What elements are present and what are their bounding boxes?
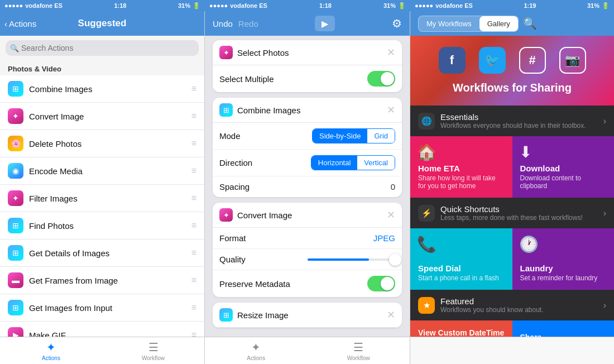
select-multiple-toggle[interactable]: [367, 71, 395, 87]
drag-handle-icon: ≡: [191, 193, 196, 203]
home-eta-icon: 🏠: [417, 143, 436, 161]
list-item[interactable]: ▶ Make GIF ≡: [0, 322, 204, 337]
preserve-metadata-label: Preserve Metadata: [219, 279, 367, 289]
list-item[interactable]: ⊞ Combine Images ≡: [0, 75, 204, 103]
list-item[interactable]: ⊞ Get Details of Images ≡: [0, 240, 204, 267]
back-button[interactable]: ‹ Actions: [4, 19, 36, 28]
tab-actions-left[interactable]: ✦ Actions: [0, 337, 102, 364]
close-select-photos-button[interactable]: ✕: [387, 46, 395, 59]
time-1: 1:18: [114, 2, 126, 9]
carrier-name-1: vodafone ES: [25, 2, 63, 9]
list-item[interactable]: ✦ Filter Images ≡: [0, 185, 204, 212]
list-item[interactable]: ✦ Convert Image ≡: [0, 103, 204, 130]
battery-1: 31% 🔋: [178, 2, 200, 9]
essentials-subtitle: Workflows everyone should have in their …: [440, 122, 598, 130]
facebook-icon: f: [439, 47, 466, 74]
side-by-side-button[interactable]: Side-by-Side: [313, 129, 367, 143]
speed-dial-cards: 📞 Speed Dial Start a phone call in a fla…: [410, 228, 614, 290]
gallery-hero: f 🐦 # 📷 Workflows for Sharing: [410, 36, 614, 106]
back-chevron-icon: ‹: [4, 19, 7, 28]
search-input[interactable]: [6, 40, 199, 56]
actions-tab-icon-mid: ✦: [251, 341, 261, 354]
drag-handle-icon: ≡: [191, 138, 196, 149]
undo-button[interactable]: Undo: [213, 19, 233, 28]
make-gif-label: Make GIF: [29, 331, 186, 337]
quality-slider[interactable]: [308, 258, 396, 261]
actions-nav-title: Suggested: [78, 18, 127, 29]
battery-icon-1: 🔋: [193, 2, 200, 9]
list-item[interactable]: ▬ Get Frames from Image ≡: [0, 267, 204, 294]
select-photos-header: ✦ Select Photos ✕: [213, 40, 402, 65]
back-label: Actions: [9, 19, 36, 28]
settings-button[interactable]: ⚙: [392, 17, 402, 30]
gallery-search-icon[interactable]: 🔍: [523, 17, 537, 30]
workflow-tab-label: Workflow: [142, 355, 165, 361]
panel-actions: ‹ Actions Suggested 🔍 Photos & Video ⊞ C…: [0, 11, 205, 337]
close-resize-image-button[interactable]: ✕: [387, 309, 395, 321]
time-3: 1:19: [524, 2, 536, 9]
actions-list: ⊞ Combine Images ≡ ✦ Convert Image ≡ 🌸 D…: [0, 75, 204, 337]
resize-image-card-icon: ⊞: [219, 308, 233, 322]
list-item[interactable]: ⊞ Get Images from Input ≡: [0, 294, 204, 322]
gallery-tab[interactable]: Gallery: [479, 16, 518, 31]
gallery-list: 🌐 Essentials Workflows everyone should h…: [410, 106, 614, 337]
select-multiple-row: Select Multiple: [213, 65, 402, 92]
workflow-scroll: ✦ Select Photos ✕ Select Multiple ⊞ Comb…: [205, 36, 410, 337]
featured-subtitle: Workflows you should know about.: [440, 306, 598, 314]
list-item[interactable]: ◉ Encode Media ≡: [0, 157, 204, 185]
view-custom-card[interactable]: View Custom DateTime Formats: [410, 320, 512, 337]
select-multiple-label: Select Multiple: [219, 74, 367, 84]
quick-shortcuts-header[interactable]: ⚡ Quick Shortcuts Less taps, more done w…: [410, 198, 614, 228]
redo-button[interactable]: Redo: [238, 19, 258, 28]
workflow-tab-icon: ☰: [148, 341, 159, 354]
get-details-label: Get Details of Images: [29, 248, 186, 258]
share-card[interactable]: Share: [512, 320, 615, 337]
hero-title: Workflows for Sharing: [453, 82, 572, 94]
close-convert-image-button[interactable]: ✕: [387, 209, 395, 221]
close-combine-images-button[interactable]: ✕: [387, 104, 395, 116]
carrier-left-3: ●●●●● vodafone ES: [415, 2, 473, 9]
featured-header[interactable]: ★ Featured Workflows you should know abo…: [410, 290, 614, 320]
convert-image-header: ✦ Convert Image ✕: [213, 203, 402, 228]
combine-images-label: Combine Images: [29, 84, 186, 94]
tab-workflow-mid[interactable]: ☰ Workflow: [308, 337, 410, 364]
direction-row: Direction Horizontal Vertical: [213, 150, 402, 176]
gallery-nav-bar: My Workflows Gallery 🔍: [410, 11, 614, 36]
grid-button[interactable]: Grid: [367, 129, 395, 143]
list-item[interactable]: 🌸 Delete Photos ≡: [0, 130, 204, 157]
download-card[interactable]: ⬇ Download Download content to clipboard: [512, 136, 615, 198]
time-2: 1:18: [319, 2, 332, 9]
actions-nav-bar: ‹ Actions Suggested: [0, 11, 204, 36]
workflow-nav-bar: Undo Redo ▶ ⚙: [205, 11, 410, 36]
signal-dots-2: ●●●●●: [209, 2, 228, 9]
tab-actions-mid[interactable]: ✦ Actions: [205, 337, 308, 364]
get-frames-label: Get Frames from Image: [29, 276, 186, 285]
tab-workflow-left[interactable]: ☰ Workflow: [102, 337, 204, 364]
horizontal-button[interactable]: Horizontal: [311, 156, 358, 170]
home-eta-card[interactable]: 🏠 Home ETA Share how long it will take f…: [410, 136, 512, 198]
featured-text: Featured Workflows you should know about…: [440, 296, 598, 314]
quick-shortcuts-title: Quick Shortcuts: [440, 204, 598, 214]
drag-handle-icon: ≡: [191, 248, 196, 258]
speed-dial-desc: Start a phone call in a flash: [418, 274, 505, 282]
preserve-metadata-toggle[interactable]: [367, 276, 395, 291]
hero-icons: f 🐦 # 📷: [439, 47, 586, 74]
list-item[interactable]: ⊞ Find Photos ≡: [0, 212, 204, 240]
essentials-icon: 🌐: [418, 113, 435, 130]
play-button[interactable]: ▶: [315, 16, 335, 31]
drag-handle-icon: ≡: [191, 111, 196, 121]
battery-2: 31% 🔋: [383, 2, 406, 9]
resize-image-header: ⊞ Resize Image ✕: [213, 303, 402, 328]
essentials-section-header[interactable]: 🌐 Essentials Workflows everyone should h…: [410, 106, 614, 136]
featured-title: Featured: [440, 296, 598, 306]
format-label: Format: [219, 233, 373, 243]
my-workflows-tab[interactable]: My Workflows: [419, 16, 479, 31]
speed-dial-card[interactable]: 📞 Speed Dial Start a phone call in a fla…: [410, 228, 512, 290]
vertical-button[interactable]: Vertical: [357, 156, 395, 170]
quick-shortcuts-text: Quick Shortcuts Less taps, more done wit…: [440, 204, 598, 222]
slider-track: [308, 258, 396, 261]
download-desc: Download content to clipboard: [520, 174, 607, 190]
essentials-cards: 🏠 Home ETA Share how long it will take f…: [410, 136, 614, 198]
home-eta-desc: Share how long it will take for you to g…: [418, 174, 505, 190]
laundry-card[interactable]: 🕐 Laundry Set a reminder for laundry: [512, 228, 615, 290]
